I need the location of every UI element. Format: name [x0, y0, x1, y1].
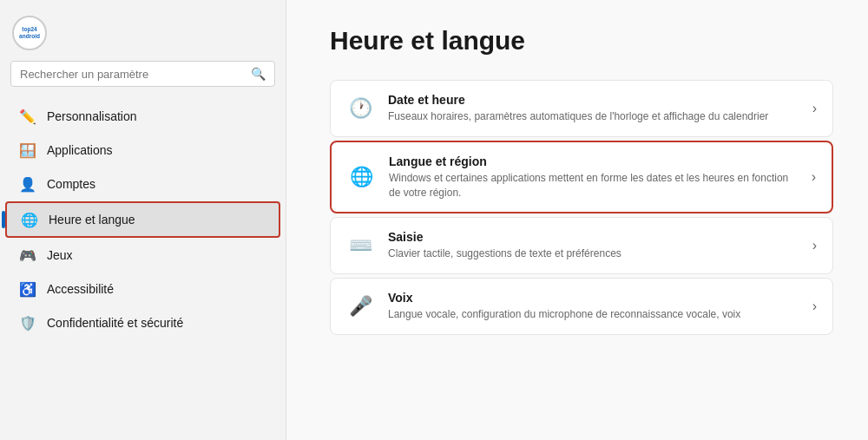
setting-desc-voix: Langue vocale, configuration du micropho… [388, 307, 799, 322]
logo-text: top24android [19, 26, 40, 40]
setting-info-date-heure: Date et heure Fuseaux horaires, paramètr… [388, 93, 799, 124]
sidebar-item-heure-et-langue[interactable]: 🌐 Heure et langue [5, 201, 280, 238]
sidebar-item-comptes[interactable]: 👤 Comptes [5, 167, 280, 200]
settings-list: 🕐 Date et heure Fuseaux horaires, paramè… [330, 80, 833, 335]
app-logo: top24android [12, 16, 47, 50]
sidebar: top24android 🔍 ✏️ Personnalisation 🪟 App… [0, 0, 286, 440]
sidebar-label-personnalisation: Personnalisation [47, 109, 137, 123]
applications-icon: 🪟 [19, 141, 36, 159]
voix-icon: 🎤 [346, 292, 374, 320]
sidebar-label-confidentialite: Confidentialité et sécurité [47, 316, 183, 330]
setting-desc-saisie: Clavier tactile, suggestions de texte et… [388, 246, 799, 261]
sidebar-label-accessibilite: Accessibilité [47, 282, 114, 296]
sidebar-item-confidentialite[interactable]: 🛡️ Confidentialité et sécurité [5, 306, 280, 339]
langue-region-icon: 🌐 [347, 163, 375, 191]
setting-info-voix: Voix Langue vocale, configuration du mic… [388, 291, 799, 322]
search-box[interactable]: 🔍 [10, 61, 275, 87]
sidebar-label-applications: Applications [47, 143, 113, 157]
sidebar-item-personnalisation[interactable]: ✏️ Personnalisation [5, 100, 280, 133]
chevron-date-heure: › [812, 101, 817, 116]
setting-card-saisie[interactable]: ⌨️ Saisie Clavier tactile, suggestions d… [330, 217, 833, 274]
main-content: Heure et langue 🕐 Date et heure Fuseaux … [286, 0, 868, 440]
setting-card-voix[interactable]: 🎤 Voix Langue vocale, configuration du m… [330, 278, 833, 335]
date-heure-icon: 🕐 [346, 95, 374, 122]
sidebar-item-accessibilite[interactable]: ♿ Accessibilité [5, 273, 280, 305]
setting-desc-langue-region: Windows et certaines applications metten… [389, 171, 798, 200]
setting-info-saisie: Saisie Clavier tactile, suggestions de t… [388, 230, 799, 261]
chevron-langue-region: › [812, 169, 816, 185]
setting-title-langue-region: Langue et région [389, 154, 798, 168]
saisie-icon: ⌨️ [346, 232, 374, 259]
setting-card-date-heure[interactable]: 🕐 Date et heure Fuseaux horaires, paramè… [330, 80, 833, 137]
jeux-icon: 🎮 [19, 246, 36, 264]
setting-card-langue-region[interactable]: 🌐 Langue et région Windows et certaines … [330, 141, 833, 214]
search-input[interactable] [20, 68, 244, 81]
setting-title-date-heure: Date et heure [388, 93, 799, 107]
comptes-icon: 👤 [19, 175, 36, 193]
search-button[interactable]: 🔍 [251, 67, 266, 81]
setting-info-langue-region: Langue et région Windows et certaines ap… [389, 154, 798, 200]
logo-area: top24android [0, 9, 286, 61]
personnalisation-icon: ✏️ [19, 108, 36, 125]
page-title: Heure et langue [330, 26, 833, 56]
sidebar-label-heure: Heure et langue [49, 213, 135, 227]
confidentialite-icon: 🛡️ [19, 314, 36, 332]
chevron-voix: › [812, 299, 817, 314]
sidebar-item-jeux[interactable]: 🎮 Jeux [5, 239, 280, 272]
sidebar-label-comptes: Comptes [47, 177, 95, 191]
sidebar-label-jeux: Jeux [47, 248, 73, 262]
setting-title-voix: Voix [388, 291, 799, 305]
accessibilite-icon: ♿ [19, 280, 36, 298]
heure-icon: 🌐 [21, 211, 38, 228]
setting-title-saisie: Saisie [388, 230, 799, 244]
nav-list: ✏️ Personnalisation 🪟 Applications 👤 Com… [0, 99, 286, 440]
setting-desc-date-heure: Fuseaux horaires, paramètres automatique… [388, 109, 799, 124]
sidebar-item-applications[interactable]: 🪟 Applications [5, 134, 280, 167]
chevron-saisie: › [812, 238, 817, 253]
